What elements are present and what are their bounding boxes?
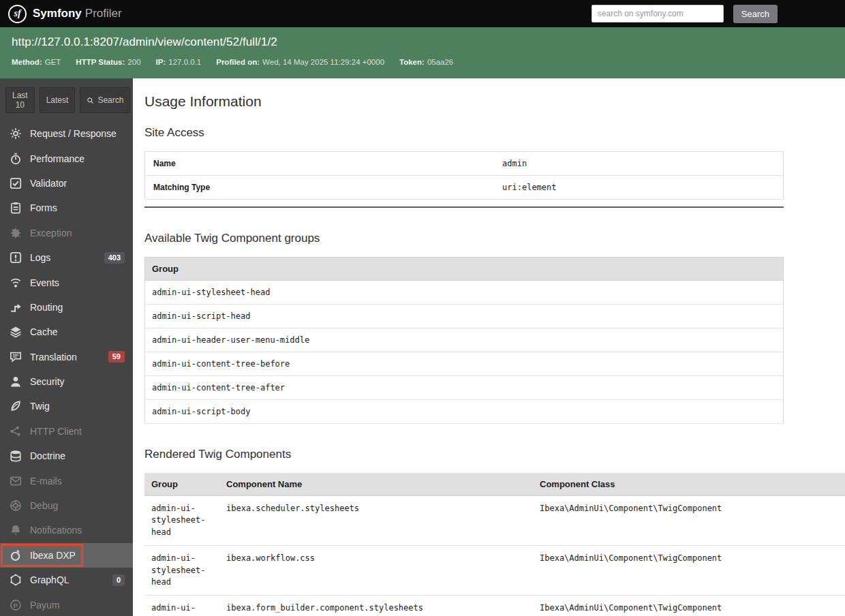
sidebar-item-twig[interactable]: Twig <box>0 394 133 418</box>
meta-value: 200 <box>127 58 140 66</box>
request-meta: Method:GETHTTP Status:200IP:127.0.0.1Pro… <box>12 58 833 66</box>
cell-group: admin-ui-stylesheet-head <box>144 596 219 616</box>
twig-groups-table: Group admin-ui-stylesheet-headadmin-ui-s… <box>144 257 784 424</box>
section-divider <box>144 206 784 208</box>
row-label: Name <box>145 152 495 176</box>
graphql-icon <box>10 574 22 586</box>
emails-icon <box>10 475 22 487</box>
notifications-icon <box>10 524 22 536</box>
sidebar-item-label: GraphQL <box>30 574 70 585</box>
twig-group-row: admin-ui-script-head <box>145 305 784 328</box>
request-header: http://127.0.0.1:8207/admin/view/content… <box>0 27 845 78</box>
meta-value: GET <box>45 58 61 66</box>
cell-group: admin-ui-stylesheet-head <box>144 496 219 546</box>
row-label: Matching Type <box>145 176 495 200</box>
sidebar-item-security[interactable]: Security <box>0 369 133 394</box>
request-url[interactable]: http://127.0.0.1:8207/admin/view/content… <box>12 35 833 49</box>
twig-group-row: admin-ui-script-body <box>145 400 784 424</box>
sidebar-item-label: Cache <box>30 326 57 337</box>
sidebar-item-label: Ibexa DXP <box>30 550 76 561</box>
search-button[interactable]: Search <box>733 5 778 23</box>
site-access-body: NameadminMatching Typeuri:element <box>145 152 784 200</box>
sidebar-item-http-client[interactable]: HTTP Client <box>0 419 133 444</box>
button-label: Last 10 <box>12 91 28 110</box>
sidebar-item-label: Notifications <box>30 525 82 536</box>
request-meta-item: Token:05aa26 <box>399 58 453 66</box>
cell-group: admin-ui-stylesheet-head <box>144 546 219 596</box>
group-name: admin-ui-stylesheet-head <box>145 281 784 305</box>
sidebar-item-label: Debug <box>30 500 58 511</box>
sidebar-item-notifications[interactable]: Notifications <box>0 518 133 542</box>
forms-icon <box>10 202 22 214</box>
meta-label: HTTP Status: <box>76 58 125 66</box>
rendered-components-header-row: GroupComponent NameComponent Class <box>144 473 845 496</box>
sidebar-item-label: Security <box>30 376 65 387</box>
sidebar-item-ibexa-dxp[interactable]: Ibexa DXP <box>0 543 133 568</box>
request-response-icon <box>10 127 22 140</box>
sidebar-item-graphql[interactable]: GraphQL0 <box>0 568 133 592</box>
sidebar-item-validator[interactable]: Validator <box>0 171 133 196</box>
logs-icon <box>10 251 22 264</box>
sidebar-item-label: Twig <box>30 401 50 412</box>
site-access-row: Nameadmin <box>145 152 784 176</box>
cell-component-class: Ibexa\AdminUi\Component\TwigComponent <box>533 596 845 616</box>
twig-groups-heading: Available Twig Component groups <box>144 232 784 245</box>
meta-value: 05aa26 <box>427 58 453 66</box>
twig-group-row: admin-ui-content-tree-after <box>145 376 784 400</box>
topbar-search: Search <box>592 5 778 23</box>
sidebar-item-label: Translation <box>30 352 77 363</box>
request-meta-item: HTTP Status:200 <box>76 58 140 66</box>
sidebar-item-events[interactable]: Events <box>0 270 133 294</box>
meta-label: Method: <box>12 58 42 66</box>
group-name: admin-ui-content-tree-before <box>145 352 784 376</box>
rendered-component-row: admin-ui-stylesheet-headibexa.workflow.c… <box>144 546 845 596</box>
cell-component-name: ibexa.scheduler.stylesheets <box>219 496 533 546</box>
sidebar-item-payum[interactable]: PPayum <box>0 592 133 616</box>
page-title: Usage Information <box>144 93 784 110</box>
topbar: sf SymfonyProfiler Search <box>0 0 845 27</box>
sidebar-item-doctrine[interactable]: Doctrine <box>0 444 133 468</box>
sidebar-latest-button[interactable]: Latest <box>40 87 76 113</box>
twig-group-row: admin-ui-stylesheet-head <box>145 281 784 305</box>
sidebar-item-label: HTTP Client <box>30 426 82 437</box>
sidebar-item-performance[interactable]: Performance <box>0 146 133 170</box>
sidebar-search-button[interactable]: Search <box>80 87 130 113</box>
meta-value: Wed, 14 May 2025 11:29:24 +0000 <box>262 58 384 66</box>
sidebar-item-routing[interactable]: Routing <box>0 295 133 320</box>
main-content: Usage Information Site Access NameadminM… <box>133 78 845 616</box>
button-label: Search <box>97 95 123 105</box>
sidebar-item-label: Payum <box>30 600 60 611</box>
ibexa-icon <box>10 549 22 561</box>
search-input[interactable] <box>592 5 724 22</box>
validator-icon <box>10 177 22 189</box>
graphql-badge: 0 <box>112 574 125 586</box>
sidebar-item-label: Doctrine <box>30 450 65 461</box>
sidebar-item-logs[interactable]: Logs403 <box>0 245 133 270</box>
sidebar-last-10-button[interactable]: Last 10 <box>5 87 35 113</box>
sidebar-item-request-response[interactable]: Request / Response <box>0 121 133 146</box>
group-name: admin-ui-script-head <box>145 305 784 328</box>
sidebar-item-label: E-mails <box>30 476 62 487</box>
rendered-components-body: admin-ui-stylesheet-headibexa.scheduler.… <box>144 496 845 616</box>
sidebar-item-label: Events <box>30 277 59 288</box>
rendered-component-row: admin-ui-stylesheet-headibexa.form_build… <box>144 596 845 616</box>
twig-groups-section: Available Twig Component groups Group ad… <box>144 232 784 424</box>
group-name: admin-ui-header-user-menu-middle <box>145 328 784 352</box>
rendered-components-section: Rendered Twig Components GroupComponent … <box>144 448 784 616</box>
http-client-icon <box>10 425 22 437</box>
sidebar-item-cache[interactable]: Cache <box>0 320 133 344</box>
site-access-row: Matching Typeuri:element <box>145 176 784 200</box>
request-meta-item: Profiled on:Wed, 14 May 2025 11:29:24 +0… <box>216 58 384 66</box>
doctrine-icon <box>10 450 22 462</box>
rendered-component-row: admin-ui-stylesheet-headibexa.scheduler.… <box>144 496 845 546</box>
row-value: uri:element <box>494 176 783 200</box>
cell-component-name: ibexa.workflow.css <box>219 546 533 596</box>
sidebar-item-debug[interactable]: Debug <box>0 493 133 518</box>
twig-groups-column-header: Group <box>145 258 784 281</box>
sidebar-item-exception[interactable]: Exception <box>0 221 133 245</box>
sidebar-item-e-mails[interactable]: E-mails <box>0 468 133 493</box>
sidebar-item-translation[interactable]: Translation59 <box>0 345 133 369</box>
meta-label: Token: <box>399 58 425 66</box>
exception-icon <box>10 227 22 239</box>
sidebar-item-forms[interactable]: Forms <box>0 196 133 220</box>
